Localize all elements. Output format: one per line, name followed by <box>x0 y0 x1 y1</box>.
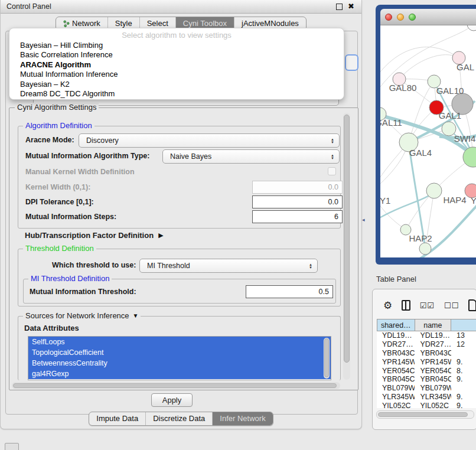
mi-type-value: Naive Bayes <box>163 152 328 161</box>
app-root: { "control_panel": { "title": "Control P… <box>0 0 476 450</box>
sources-group-title[interactable]: Sources for Network Inference ▼ <box>23 311 141 320</box>
table-row[interactable]: YDR27…YDR27…12 <box>377 340 476 349</box>
expanded-arrow-icon: ▼ <box>133 312 139 319</box>
table-row[interactable]: YDL19…YDL19…13 <box>377 331 476 340</box>
mi-type-combo[interactable]: Naive Bayes ▲▼ <box>162 149 340 164</box>
columns-icon[interactable] <box>402 300 410 311</box>
mi-steps-field[interactable]: 6 <box>252 210 343 223</box>
table-cell: 9. <box>451 402 476 408</box>
node-label: GAL11 <box>380 118 402 128</box>
minimize-window-icon[interactable] <box>397 14 404 21</box>
bottom-tab-discretize-data[interactable]: Discretize Data <box>146 412 213 425</box>
page-icon[interactable] <box>468 299 476 311</box>
gear-icon[interactable]: ⚙ <box>383 301 392 311</box>
node-label: GAL4 <box>409 148 432 158</box>
float-panel-icon[interactable] <box>336 4 343 10</box>
algorithm-option[interactable]: Mutual Information Inference <box>9 70 344 79</box>
node-label: GAL10 <box>436 86 464 96</box>
table-row[interactable]: YPR145WYPR145W9. <box>377 358 476 367</box>
table-cell: 13 <box>451 331 476 340</box>
tab-label: Network <box>72 19 100 28</box>
table-row[interactable]: YLR345WYLR345W9. <box>377 393 476 402</box>
combo-spinner-icon: ▲▼ <box>328 138 339 144</box>
close-window-icon[interactable] <box>385 14 392 21</box>
mi-type-label: Mutual Information Algorithm Type: <box>25 152 149 160</box>
network-node[interactable] <box>419 243 431 255</box>
table-cell: YPR145W <box>377 358 415 367</box>
table-cell: 9. <box>451 358 476 367</box>
node-label: GAL <box>457 62 474 72</box>
node-label: HAP2 <box>409 233 432 243</box>
table-cell <box>451 384 476 393</box>
node-label: SWI4 <box>454 133 476 144</box>
data-attributes-list[interactable]: SelfLoopsTopologicalCoefficientBetweenne… <box>28 336 331 380</box>
minimized-panel-chip[interactable] <box>5 443 19 450</box>
mi-steps-label: Mutual Information Steps: <box>25 213 116 221</box>
table-header-row: shared…name <box>377 319 476 331</box>
apply-button[interactable]: Apply <box>151 393 193 407</box>
which-threshold-label: Which threshold to use: <box>52 261 136 269</box>
table-cell: YBR045C <box>377 375 415 384</box>
column-header-shared[interactable]: shared… <box>377 319 415 331</box>
hub-definition-toggle[interactable]: Hub/Transcription Factor Definition ▶ <box>25 231 164 240</box>
control-panel-title: Control Panel <box>1 2 336 11</box>
table-cell: YDL19… <box>415 331 451 340</box>
close-panel-icon[interactable]: ✖ <box>348 4 354 9</box>
table-toolbar: ⚙ ☑☑ ☐☐ <box>373 298 476 313</box>
manual-kernel-checkbox[interactable] <box>328 167 336 175</box>
checked-boxes-icon[interactable]: ☑☑ <box>420 301 435 310</box>
unchecked-boxes-icon[interactable]: ☐☐ <box>444 301 459 310</box>
table-cell: 9. <box>451 393 476 402</box>
attributes-scrollbar[interactable] <box>324 338 330 379</box>
algorithm-option[interactable]: ARACNE Algorithm <box>9 60 344 70</box>
panel-splitter-arrow-icon[interactable]: ◂ <box>362 217 365 223</box>
table-row[interactable]: YIL052CYIL052C9. <box>377 402 476 408</box>
attribute-item[interactable]: BetweennessCentrality <box>28 358 331 369</box>
mi-threshold-field[interactable]: 0.5 <box>246 285 333 298</box>
aracne-mode-combo[interactable]: Discovery ▲▼ <box>79 133 340 148</box>
table-row[interactable]: YBR043CYBR043C <box>377 349 476 358</box>
attribute-item[interactable]: TopologicalCoefficient <box>28 347 331 358</box>
table-rows: YDL19…YDL19…13YDR27…YDR27…12YBR043CYBR04… <box>377 331 476 408</box>
table-horizontal-scrollbar[interactable] <box>376 410 474 419</box>
table-row[interactable]: YBL079WYBL079W <box>377 384 476 393</box>
table-cell: YLR345W <box>415 393 451 402</box>
cyni-algorithm-settings-group: Cyni Algorithm Settings Algorithm Defini… <box>9 107 358 390</box>
algorithm-option[interactable]: Bayesian – K2 <box>9 80 344 89</box>
network-canvas[interactable]: GALGAL80GAL10GAL1GAL11SWI4GAL4GCY1HAP4YH… <box>380 25 476 257</box>
table-cell: YER054C <box>415 367 451 376</box>
algorithm-option[interactable]: Bayesian – Hill Climbing <box>9 41 344 50</box>
zoom-window-icon[interactable] <box>409 14 416 21</box>
column-header-name[interactable]: name <box>415 319 452 331</box>
algorithm-option[interactable]: Dream8 DC_TDC Algorithm <box>9 89 344 99</box>
table-panel: ⚙ ☑☑ ☐☐ shared…name YDL19…YDL19…13YDR27…… <box>372 289 476 430</box>
algorithm-definition-group: Algorithm Definition Aracne Mode: Discov… <box>18 126 341 229</box>
dpi-tolerance-field[interactable]: 0.0 <box>252 195 343 208</box>
bottom-tab-infer-network[interactable]: Infer Network <box>213 412 272 425</box>
kernel-width-field[interactable]: 0.0 <box>252 181 343 194</box>
node-label: Y <box>471 195 476 206</box>
column-header[interactable] <box>451 319 476 331</box>
attribute-item[interactable]: SelfLoops <box>28 337 331 347</box>
settings-vertical-scrollbar[interactable] <box>343 113 350 380</box>
table-cell: YER054C <box>377 367 415 376</box>
table-cell <box>451 349 476 358</box>
bottom-tab-impute-data[interactable]: Impute Data <box>89 412 146 425</box>
table-row[interactable]: YER054CYER054C8. <box>377 367 476 376</box>
table-cell: YIL052C <box>415 402 451 408</box>
attribute-item[interactable]: gal4RGexp <box>28 369 331 379</box>
settings-horizontal-scrollbar[interactable] <box>12 382 340 389</box>
network-window-titlebar[interactable] <box>380 9 476 25</box>
which-threshold-combo[interactable]: MI Threshold ▲▼ <box>139 259 318 273</box>
table-row[interactable]: YBR045CYBR045C9. <box>377 375 476 384</box>
table-cell: YBL079W <box>415 384 451 393</box>
node-label: GCY1 <box>380 195 390 206</box>
table-cell: YIL052C <box>377 402 415 408</box>
algorithm-dropdown-list: Select algorithm to view settings Bayesi… <box>9 28 344 100</box>
table-cell: YDR27… <box>377 340 415 349</box>
network-node[interactable] <box>467 25 476 31</box>
network-node-hap4[interactable] <box>426 183 442 198</box>
aracne-mode-value: Discovery <box>79 136 328 145</box>
algorithm-option[interactable]: Basic Correlation Inference <box>9 50 344 60</box>
algorithm-combo-focus-ring[interactable] <box>345 54 358 71</box>
